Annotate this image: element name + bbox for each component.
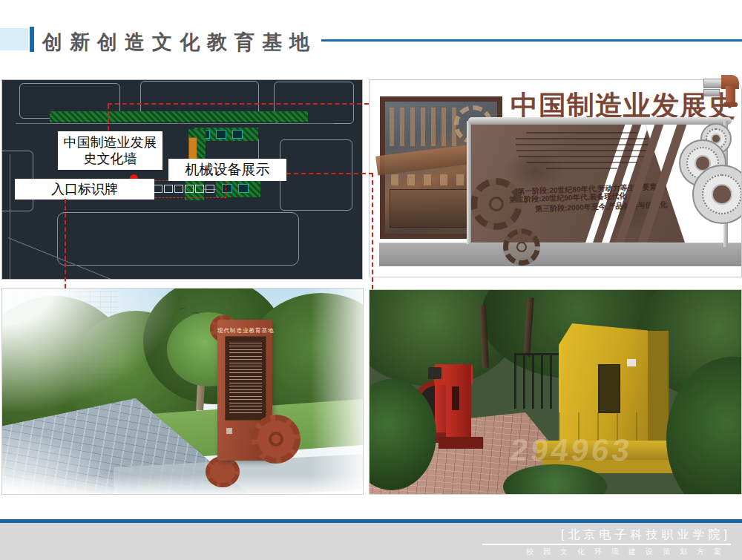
punch-press-base — [439, 437, 483, 449]
green-planting-strip — [50, 111, 308, 122]
gear-icon — [206, 456, 240, 487]
road-line — [16, 123, 335, 124]
plan-label-culture-wall: 中国制造业发展 史文化墙 — [58, 131, 162, 170]
gear-icon — [503, 228, 540, 266]
punch-press-motor — [428, 367, 441, 379]
footer-rule — [482, 544, 731, 545]
punch-press-slot — [452, 386, 459, 410]
totem-title: 现代制造业教育基地 — [217, 327, 272, 335]
green-planting-strip — [197, 137, 206, 159]
gear-icon — [470, 178, 522, 230]
pipe-icon — [703, 73, 741, 108]
plan-feature — [216, 130, 226, 139]
connector-wall-horizontal — [108, 103, 369, 105]
header-rule — [321, 39, 742, 42]
wall-paragraph-lines — [513, 132, 650, 174]
bearing-icon — [692, 165, 742, 224]
red-outline-rect — [148, 180, 226, 198]
slide: 创新创造文化教育基地 中国制造业发展 史文化墙 机械设备展示 — [0, 0, 742, 560]
machinery-photo: 294963 — [369, 289, 742, 495]
header-accent-square — [0, 28, 28, 50]
school-name: [北京电子科技职业学院] — [561, 527, 731, 543]
wrench-tools-icon — [390, 108, 460, 146]
connector-machinery-vertical — [372, 173, 373, 289]
plan-feature — [232, 130, 243, 139]
building-outline — [57, 212, 299, 266]
connector-entrance-vertical — [65, 199, 66, 289]
building-outline — [280, 139, 352, 211]
wall-frame-top — [468, 117, 732, 125]
plan-feature — [238, 184, 249, 193]
page-title: 创新创造文化教育基地 — [42, 29, 317, 56]
connector-machinery-horizontal — [286, 173, 373, 174]
totem-sign: 现代制造业教育基地 — [210, 311, 284, 481]
green-planting-strip — [188, 129, 206, 137]
totem-text-panel — [225, 336, 266, 421]
site-plan-image: 中国制造业发展 史文化墙 机械设备展示 入口标识牌 — [1, 79, 363, 280]
connector-wall-vertical — [108, 105, 109, 131]
entrance-sign-render: 现代制造业教育基地 — [1, 288, 364, 495]
yellow-machine-side — [648, 331, 669, 442]
totem-text-lines — [229, 343, 262, 414]
calligraphy-watermark — [7, 290, 118, 381]
plan-label-machinery: 机械设备展示 — [168, 159, 286, 181]
road-line — [10, 154, 10, 279]
culture-wall-image: 中国制造业发展史 第一阶段:20世纪80年代,劳动力等生产要素活跃 第二阶段:2… — [369, 79, 742, 277]
wall-frame-left — [467, 121, 471, 244]
footer-subtitle: 校园文化环境建设策划方案 — [526, 547, 731, 557]
photo-watermark: 294963 — [508, 432, 635, 468]
plan-label-entrance-sign: 入口标识牌 — [15, 179, 154, 200]
concrete-base — [379, 243, 741, 266]
yellow-machine-label-plate — [627, 359, 636, 366]
header-accent-bar — [30, 27, 34, 52]
yellow-machine-slot — [598, 364, 620, 413]
totem-plate — [226, 428, 232, 434]
gear-icon — [252, 415, 301, 464]
